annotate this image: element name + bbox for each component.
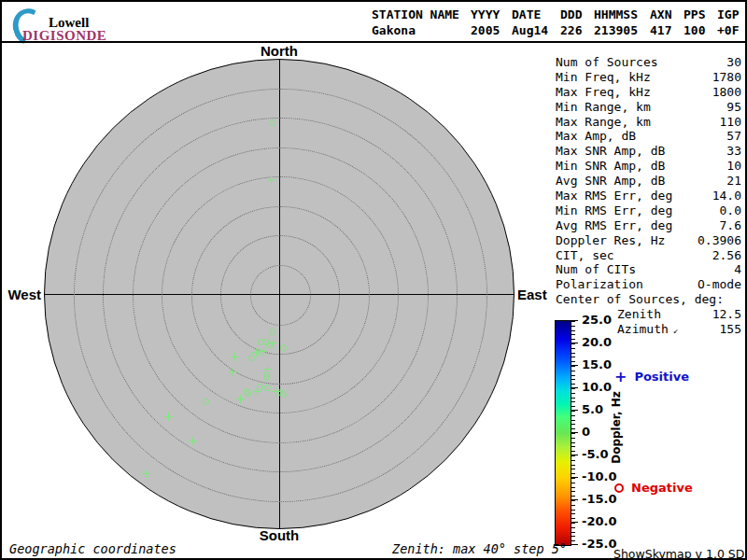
stat-label: Min Range, km [556,100,651,115]
stat-row: PolarizationO-mode [556,277,741,292]
colorbar-tick-label: -5.0 [582,448,608,461]
colorbar-tick [571,343,578,343]
stat-row: Min Range, km95 [556,100,741,115]
source-marker-positive [231,353,239,361]
stat-label: Doppler Res, Hz [556,233,665,248]
stat-value: O-mode [698,277,741,292]
header-col: DDD226 [560,7,583,38]
source-marker-positive [142,469,150,478]
stat-value: 33 [726,144,741,159]
stat-value: 155 [720,322,741,337]
stat-value: 1780 [712,70,741,85]
header-col-value: Gakona [372,22,459,38]
legend-negative: Negative [614,481,693,495]
header-col-title: HHMMSS [594,7,639,22]
header-col-value: 2005 [471,22,500,38]
colorbar-tick [571,432,578,433]
stat-label: Max RMS Err, deg [556,189,672,203]
source-marker-negative [280,344,287,351]
stat-value: 12.5 [712,307,741,322]
header-col-title: IGP [717,7,740,22]
stat-value: 30 [726,55,741,70]
doppler-colorbar [555,320,571,546]
header-col: PPS100 [684,7,706,38]
source-marker-positive [267,175,275,184]
stat-row: Min SNR Amp, dB10 [556,159,741,174]
source-marker-negative [280,391,287,398]
version-label: ShowSkymap v 1.0 SD v 4.2 [613,547,745,560]
skymap-plot-area[interactable] [44,59,514,529]
positive-marker-icon: + [614,371,627,384]
stat-label: Zenith [617,307,661,322]
legend-negative-label: Negative [631,481,693,495]
zenith-scale-label: Zenith: max 40° step 5° [392,541,567,556]
stat-label: Min Freq, kHz [556,70,651,85]
colorbar-tick [571,320,578,321]
header-col: IGP+0F [717,7,740,38]
stat-label: Num of CITs [556,262,636,277]
colorbar-tick [571,455,578,455]
stat-label: Min SNR Amp, dB [556,159,665,174]
stat-row: Num of CITs4 [556,262,741,277]
header-col-value: Aug14 [512,22,549,38]
colorbar-tick-label: -25.0 [582,538,616,551]
colorbar-tick-label: -20.0 [582,515,616,528]
colorbar-tick [571,499,578,500]
header-col-value: 100 [684,22,706,38]
stat-row: Max Freq, kHz1800 [556,85,741,100]
measurement-stats-panel: Num of Sources30Min Freq, kHz1780Max Fre… [556,55,741,337]
stat-row: Max SNR Amp, dB33 [556,144,741,159]
zenith-ring [74,89,487,502]
stat-value: 0.0 [720,203,741,218]
stat-value: 95 [726,100,741,115]
colorbar-minor-ticks [571,321,575,545]
header-col: HHMMSS213905 [594,7,639,38]
source-marker-negative [263,374,270,381]
source-marker-positive [189,437,197,445]
stat-label: Avg RMS Err, deg [556,218,672,233]
stat-label: Center of Sources, deg: [556,292,724,307]
colorbar-tick-label: 15.0 [582,358,612,371]
colorbar-tick-label: -15.0 [582,493,616,506]
stat-value: 4 [734,262,741,277]
stat-label: Max Range, km [556,115,651,130]
colorbar-tick-label: 25.0 [582,314,612,327]
colorbar-tick-label: 5.0 [582,403,603,416]
digisonde-logo: Lowell DIGISONDE [11,7,179,42]
stat-value: 2.56 [712,248,741,263]
header-col-value: 213905 [594,22,639,38]
colorbar-tick [571,410,578,411]
source-marker-negative [264,385,271,391]
station-header: STATION NAMEGakonaYYYY2005DATEAug14DDD22… [372,7,740,38]
stat-row: Center of Sources, deg: [556,292,741,307]
stat-value: 1800 [712,85,741,100]
stat-row: Min Freq, kHz1780 [556,70,741,85]
stat-label: Max Amp, dB [556,129,636,144]
stat-value: 57 [726,129,741,144]
legend-positive: + Positive [614,370,689,384]
header-col-title: STATION NAME [372,7,459,22]
stat-row: Avg RMS Err, deg7.6 [556,218,741,233]
header-col-title: YYYY [471,7,500,22]
stat-label: CIT, sec [556,248,614,263]
header-col-title: DATE [512,7,549,22]
stat-label: Max SNR Amp, dB [556,144,665,159]
compass-label-west: West [2,287,41,302]
stat-value: 14.0 [712,189,741,203]
source-marker-negative [203,399,209,405]
header-col-value: +0F [717,22,740,38]
header-col: AXN417 [650,7,672,38]
source-marker-negative [258,349,264,356]
colorbar-tick-label: 10.0 [582,381,612,394]
stat-row: Min RMS Err, deg0.0 [556,203,741,218]
header-col: STATION NAMEGakona [372,7,459,38]
stat-row: Max Amp, dB57 [556,129,741,144]
stat-row: Max RMS Err, deg14.0 [556,189,741,203]
header-col-title: PPS [684,7,706,22]
stat-label: Azimuth↙ [617,322,678,337]
stat-value: 110 [720,115,741,130]
stat-row: Max Range, km110 [556,115,741,130]
header-col: YYYY2005 [471,7,500,38]
stat-row: Avg SNR Amp, dB21 [556,174,741,189]
colorbar-axis-label: Doppler, Hz [610,391,623,464]
